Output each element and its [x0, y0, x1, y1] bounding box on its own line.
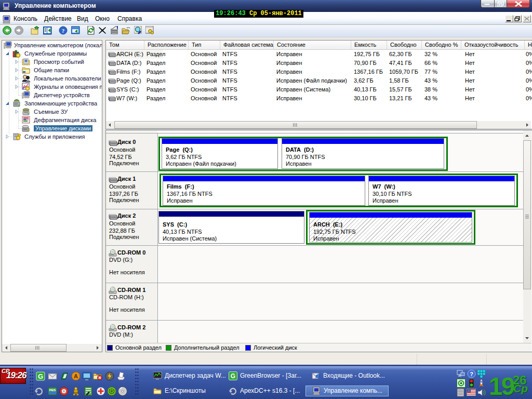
svg-text:PBS: PBS	[49, 388, 56, 391]
svg-text:A: A	[74, 373, 78, 379]
svg-text:G: G	[231, 373, 235, 380]
svg-text:G: G	[38, 373, 43, 380]
svg-text:?: ?	[62, 28, 65, 34]
svg-text:qip: qip	[74, 391, 78, 394]
svg-text:?: ?	[470, 371, 473, 377]
